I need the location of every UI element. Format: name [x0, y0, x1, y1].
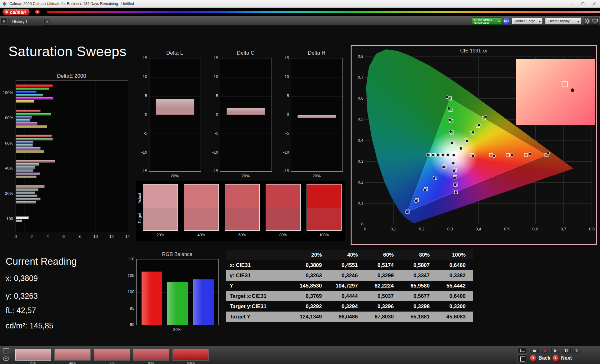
swatch-actual — [307, 184, 341, 208]
workflow-main: Saturation Sweeps DeltaE 2000 0246810121… — [0, 26, 600, 346]
transport-buttons: ↻ — [530, 348, 581, 353]
cie-y-tick: 0,6 — [353, 96, 363, 101]
swatch-actual — [266, 184, 300, 208]
tab-history-1[interactable]: History 1 — [8, 18, 43, 26]
deltaC-y-tick: -10 — [207, 150, 218, 155]
meter-device-button[interactable]: X-Rite i1Pro 3 Direct View — [472, 17, 502, 25]
pause-button[interactable] — [562, 348, 571, 353]
delta-c-title: Delta C — [220, 50, 271, 56]
rgb-x-label: 20% — [136, 327, 218, 332]
calman-logo[interactable]: calman — [2, 9, 30, 15]
deltae-x-tick: 4 — [43, 234, 52, 239]
cie-y-tick: 0,7 — [353, 75, 363, 80]
current-reading-section: Current Reading x: 0,3809 y: 0,3263 fL: … — [6, 256, 112, 343]
pattern-thumb-60%[interactable] — [94, 349, 130, 361]
deltaC-y-tick: 15 — [207, 56, 218, 61]
back-button[interactable]: Back — [538, 355, 550, 361]
play-button[interactable] — [551, 348, 560, 353]
record-button[interactable] — [541, 348, 549, 353]
deltae-bar — [16, 87, 49, 90]
deltae-y-tick: 60% — [0, 141, 13, 146]
deltaH-y-tick: 10 — [278, 74, 289, 79]
swatch-target — [184, 208, 218, 231]
table-header-row: 20%40%60%80%100% — [226, 250, 473, 260]
gridline — [220, 153, 272, 153]
cie-y-tick: 0,5 — [353, 117, 363, 122]
meter-status-badge[interactable]: 672 — [503, 18, 510, 25]
deltae-ref-line — [96, 81, 96, 232]
table-cell: 0,6460 — [437, 260, 473, 270]
pattern-thumb-40%[interactable] — [54, 349, 91, 361]
cie-1931-panel: CIE 1931 xy 000,10,10,20,20,30,30,40,40,… — [351, 45, 597, 245]
maximize-button[interactable] — [578, 0, 589, 8]
table-col-header: 60% — [365, 250, 401, 260]
cie-x-tick: 0 — [359, 227, 371, 232]
back-icon[interactable] — [530, 355, 536, 361]
stop-button[interactable] — [530, 348, 539, 353]
deltae-bar — [16, 160, 55, 163]
logo-menu-button[interactable] — [35, 10, 40, 14]
delta-c-plot — [220, 58, 272, 172]
deltae-y-tick: 20% — [0, 191, 13, 196]
display-settings-icon[interactable] — [592, 17, 599, 25]
table-row: x: CIE310,38090,45510,51740,58070,6460 — [226, 260, 473, 270]
pattern-display-button[interactable] — [518, 347, 527, 353]
brand-label: calman — [10, 10, 26, 15]
table-cell: 0,5677 — [401, 291, 437, 301]
deltae-x-tick: 12 — [107, 234, 116, 239]
deltae-bar — [16, 219, 22, 222]
add-tab-button[interactable]: + — [44, 19, 50, 24]
cie-x-tick: 0,3 — [444, 227, 456, 232]
display-icon[interactable] — [3, 348, 9, 353]
table-cell: 82,2224 — [365, 281, 401, 291]
next-icon[interactable] — [552, 355, 559, 361]
arrow-right-icon — [3, 20, 5, 23]
rgb-bar-red — [141, 271, 162, 325]
gridline — [291, 134, 342, 134]
table-cell: 0,4444 — [329, 291, 365, 301]
settings-gear-icon[interactable] — [584, 17, 591, 25]
swatch-cell — [266, 184, 301, 231]
gridline — [220, 134, 272, 134]
deltae-bar — [16, 201, 36, 204]
pattern-window-button[interactable] — [518, 354, 527, 362]
deltaH-x-label: 20% — [291, 174, 342, 179]
swatch-actual — [184, 184, 218, 208]
close-button[interactable] — [589, 0, 600, 8]
gridline — [149, 134, 201, 134]
deltae-bar — [16, 198, 41, 200]
delta-l-plot — [149, 58, 201, 172]
deltae-bar — [16, 116, 32, 119]
swatch-label: 40% — [184, 233, 219, 237]
deltae-bar — [16, 138, 53, 140]
minimize-button[interactable] — [566, 0, 578, 8]
delta-l-chart: Delta L 151050-5-10-1520% — [136, 50, 202, 183]
pattern-thumb-label: 40% — [54, 362, 91, 364]
display-control-dropdown[interactable]: Direct Display Control — [545, 18, 581, 24]
cie-x-tick: 0,6 — [530, 227, 541, 232]
pattern-thumb-100%[interactable] — [172, 349, 209, 361]
pattern-thumb-20%[interactable] — [15, 349, 51, 361]
meter-line2: Direct View — [472, 22, 502, 25]
deltae2000-plot — [16, 81, 128, 232]
deltaC-bar — [227, 108, 266, 115]
pattern-thumbnails: 20%40%60%80%100% — [15, 348, 234, 364]
pattern-thumb-80%[interactable] — [133, 349, 169, 361]
deltae-y-tick: 80% — [0, 116, 13, 121]
pattern-thumb-label: 20% — [15, 362, 51, 364]
deltaC-y-tick: 10 — [207, 74, 218, 79]
deltae-bar — [16, 172, 40, 175]
next-button[interactable]: Next — [561, 355, 572, 361]
table-cell: 0,3382 — [437, 270, 473, 281]
pattern-source-dropdown[interactable]: Mobile Forge — [512, 18, 542, 24]
loop-button[interactable]: ↻ — [572, 348, 581, 353]
collapse-panel-button[interactable] — [1, 18, 7, 24]
deltae-bar — [16, 188, 38, 191]
rgb-y-tick: 100 — [121, 289, 134, 294]
eye-icon[interactable] — [3, 357, 9, 361]
deltaC-y-tick: 0 — [207, 112, 218, 117]
stop-icon — [533, 350, 536, 352]
saturation-swatch-panel: Actual Target 20%40%60%80%100% — [136, 181, 345, 241]
pattern-bar-icons — [3, 348, 10, 362]
deltae-bar — [16, 113, 51, 116]
